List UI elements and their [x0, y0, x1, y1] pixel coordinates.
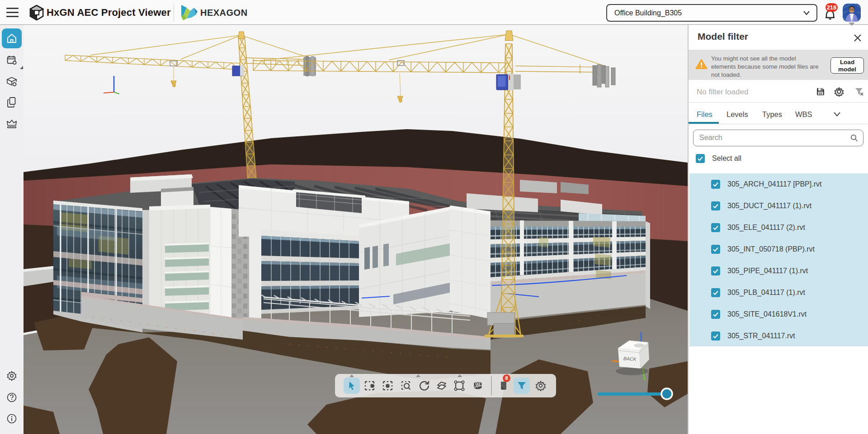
svg-text:BACK: BACK [623, 355, 637, 362]
